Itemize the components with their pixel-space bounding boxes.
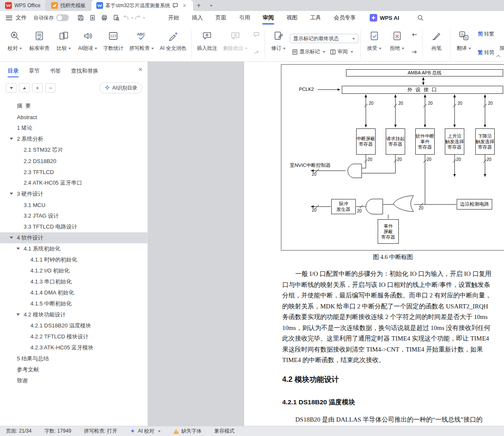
translate-button[interactable]: 文A 翻译: [452, 29, 475, 60]
tab-review[interactable]: 审阅: [256, 11, 280, 25]
text-line[interactable]: 务函数要实现的功能是判断接收连续 2 个字符之间的时间差是否大于 10ms: [282, 312, 504, 323]
figure-4-6-interrupt-diagram[interactable]: AMBA APB 总线 PCLK2 外 设 接 口 中断屏蔽 寄存器 请求挂起 …: [281, 64, 504, 251]
spell-check-indicator[interactable]: 拼写检查: 打开: [84, 428, 117, 435]
export-button[interactable]: [87, 13, 98, 23]
simplified-to-traditional-button[interactable]: 简转繁: [476, 30, 496, 38]
text-line[interactable]: 的映射关系，MDK 给串口 2 中断分配了一个固定的函数名 USART2_IRQ…: [282, 301, 504, 312]
paragraph-ds18b20[interactable]: DS18B20 是由 DALLAS 半导体公司推出的一种的“一线总线”接口的: [282, 416, 504, 424]
toc-item[interactable]: 摘 要: [0, 101, 147, 112]
toc-item[interactable]: 4.1.3 串口初始化: [0, 276, 147, 287]
tab-list-button[interactable]: [204, 0, 216, 11]
toc-item[interactable]: 2.3 TFTLCD: [0, 166, 147, 177]
ai-recognize-toc-button[interactable]: AI识别目录: [99, 82, 142, 93]
file-menu[interactable]: 文件: [16, 14, 27, 22]
sidebar-tab-sections[interactable]: 章节: [29, 62, 40, 80]
zoom-in-outline-button[interactable]: +: [32, 83, 43, 93]
word-count-indicator[interactable]: 字数: 17949: [44, 428, 71, 435]
tab-docer[interactable]: 找稻壳模板: [46, 0, 91, 11]
insert-comment-button[interactable]: 插入批注: [194, 29, 220, 60]
toc-item[interactable]: 2.2 DS18B20: [0, 155, 147, 166]
document-page[interactable]: AMBA APB 总线 PCLK2 外 设 接 口 中断屏蔽 寄存器 请求挂起 …: [244, 62, 504, 426]
next-revision-icon[interactable]: [409, 47, 420, 57]
show-markup-button[interactable]: 显示标记: [290, 47, 327, 56]
collapse-all-button[interactable]: [19, 83, 30, 93]
tab-tools[interactable]: 工具: [304, 11, 327, 25]
close-tab-icon[interactable]: ×: [181, 2, 188, 9]
chevron-down-icon[interactable]: [10, 193, 13, 196]
proofread-button[interactable]: 校对: [3, 29, 26, 60]
brush-button[interactable]: 画笔: [425, 29, 448, 60]
tab-document[interactable]: 基于stm32芯片温度测量系统 ×: [91, 0, 193, 11]
zoom-out-outline-button[interactable]: −: [45, 83, 56, 93]
tab-page[interactable]: 页面: [209, 11, 233, 25]
ai-polish-button[interactable]: AI 全文润色: [157, 29, 189, 60]
toc-item-selected[interactable]: 4 软件设计: [0, 232, 147, 243]
toc-item[interactable]: 4.2.2 TFTLCD 模块设计: [0, 331, 147, 342]
spell-check-button[interactable]: ABC 拼写检查: [126, 29, 157, 60]
chevron-down-icon[interactable]: [10, 138, 13, 142]
word-count-button[interactable]: 123 字数统计: [100, 29, 126, 60]
sidebar-tab-find-replace[interactable]: 查找和替换: [71, 62, 98, 80]
toc-item[interactable]: 3.1 MCU: [0, 199, 147, 210]
text-line[interactable]: 果这段时间有数据接收则清空 TIM4->CNT，TIME4 开始重新计数，如果: [282, 344, 504, 355]
toc-item[interactable]: 4.1.5 中断初始化: [0, 298, 147, 309]
print-preview-button[interactable]: [110, 13, 122, 23]
markup-state-select[interactable]: 显示标记的最终状态: [290, 34, 358, 43]
toc-item[interactable]: 4.1.4 DMA 初始化: [0, 287, 147, 298]
chevron-down-icon[interactable]: [16, 313, 20, 317]
missing-font-indicator[interactable]: 缺失字体: [173, 428, 202, 435]
chevron-down-icon[interactable]: [16, 248, 20, 251]
heading-4-2-1[interactable]: 4.2.1 DS18B20 温度模块: [282, 398, 355, 407]
chevron-down-icon[interactable]: [10, 237, 13, 240]
track-changes-button[interactable]: 修订: [267, 29, 290, 60]
toc-item[interactable]: 2 系统分析: [0, 134, 147, 144]
figure-caption[interactable]: 图 4.6 中断框图: [281, 253, 504, 261]
autosave-toggle[interactable]: [56, 14, 69, 21]
save-button[interactable]: [75, 13, 87, 23]
wps-ai-button[interactable]: WPS AI: [370, 14, 399, 22]
close-sidebar-icon[interactable]: ×: [139, 66, 142, 73]
toc-item[interactable]: 2.1 STM32 芯片: [0, 144, 147, 155]
heading-4-2[interactable]: 4.2 模块功能设计: [282, 374, 339, 384]
document-canvas[interactable]: AMBA APB 总线 PCLK2 外 设 接 口 中断屏蔽 寄存器 请求挂起 …: [148, 62, 504, 426]
toc-item[interactable]: 1 绪论: [0, 123, 147, 134]
tab-insert[interactable]: 插入: [185, 11, 209, 25]
toc-item[interactable]: 4.2.1 DS18B20 温度模块: [0, 320, 147, 331]
toc-item[interactable]: 参考文献: [0, 364, 147, 375]
traditional-to-simplified-button[interactable]: 繁转简: [476, 48, 496, 57]
accept-button[interactable]: 接受: [363, 29, 386, 60]
toc-item[interactable]: 2.4 ATK-HC05 蓝牙串口: [0, 177, 147, 188]
text-line[interactable]: 10ms，则认为不是一次连续数据，换句话说就是超过 10ms 没有接收到任何: [282, 323, 504, 334]
sidebar-tab-bookmarks[interactable]: 书签: [50, 62, 61, 80]
tab-membership[interactable]: 会员专享: [327, 11, 362, 25]
ai-read-button[interactable]: AI朗读: [75, 29, 100, 60]
page-indicator[interactable]: 页面: 21/34: [6, 428, 32, 435]
sidebar-tab-contents[interactable]: 目录: [8, 62, 19, 80]
print-button[interactable]: [98, 13, 110, 23]
expand-all-button[interactable]: [6, 83, 16, 93]
toc-item[interactable]: 4.2 模块功能设计: [0, 309, 147, 320]
tab-home[interactable]: 开始: [162, 11, 185, 25]
standard-review-button[interactable]: 标准审查: [26, 29, 52, 60]
previous-revision-icon[interactable]: [409, 30, 420, 40]
toc-item[interactable]: 4.1.1 时钟的初始化: [0, 254, 147, 265]
toc-item[interactable]: 3.2 JTAG 设计: [0, 210, 147, 221]
toc-item[interactable]: 4.1 系统初始化: [0, 243, 147, 254]
text-line[interactable]: 分组，并使能中断，最后编写中断服务函数。而串口 2 有对应的中断向量，: [282, 290, 504, 301]
toc-item[interactable]: 3 硬件设计: [0, 188, 147, 199]
toc-item[interactable]: Abstract: [0, 112, 147, 123]
toc-item[interactable]: 4.1.2 I/O 初始化: [0, 265, 147, 276]
toc-item[interactable]: 3.3 TFTLCD 电路设计: [0, 221, 147, 232]
collapse-ribbon-button[interactable]: [495, 53, 501, 59]
text-line[interactable]: 一般 I/O 口配置中断的步骤分为：初始化 IO 口为输入，开启 IO 口复用: [282, 269, 504, 280]
toc-item[interactable]: 4.2.3 ATK-HC05 蓝牙模块: [0, 342, 147, 353]
tab-reference[interactable]: 引用: [233, 11, 256, 25]
text-line[interactable]: TIME4 的中断函数，结束此次接收。: [282, 355, 504, 366]
ai-proofread-indicator[interactable]: AI 校对: [130, 428, 161, 435]
toc-item[interactable]: 致谢: [0, 375, 147, 386]
tab-wps-office[interactable]: WPS Office: [0, 0, 46, 11]
compare-button[interactable]: 比较: [52, 29, 75, 60]
review-pane-button[interactable]: 审阅: [328, 47, 355, 56]
reject-button[interactable]: 拒绝: [386, 29, 409, 60]
tab-view[interactable]: 视图: [280, 11, 304, 25]
